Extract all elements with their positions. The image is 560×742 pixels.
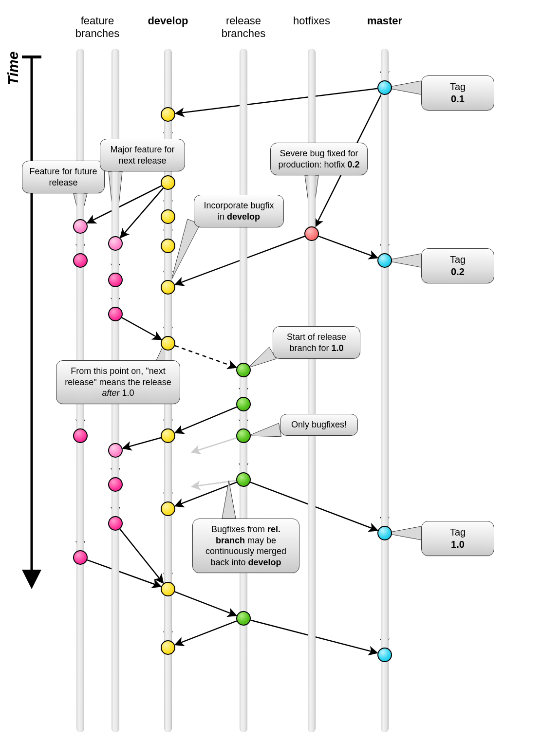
commit-fB4 bbox=[108, 477, 123, 492]
edge bbox=[122, 317, 161, 339]
gitflow-diagram: Time featurebranchesdevelopreleasebranch… bbox=[0, 0, 560, 742]
edge bbox=[176, 407, 237, 433]
commit-d7 bbox=[161, 428, 175, 443]
commit-fB0 bbox=[108, 236, 123, 251]
bubble-tag01: Tag0.1 bbox=[421, 75, 494, 111]
edge bbox=[175, 346, 236, 367]
commit-d10 bbox=[161, 640, 175, 655]
edge bbox=[175, 592, 236, 615]
lane-label-release: releasebranches bbox=[205, 15, 282, 40]
bubble-only_bugfix: Only bugfixes! bbox=[280, 414, 358, 436]
lane-label-feature2: featurebranches bbox=[58, 15, 136, 40]
edge bbox=[87, 560, 160, 586]
commit-m1 bbox=[377, 253, 392, 268]
commit-fA0 bbox=[73, 219, 88, 234]
bubble-hotfix: Severe bug fixed for production: hotfix … bbox=[270, 143, 368, 175]
commit-fA3 bbox=[73, 550, 88, 565]
bubble-from_point: From this point on, "next release" means… bbox=[56, 360, 180, 404]
commit-fB3 bbox=[108, 443, 123, 458]
commit-fB5 bbox=[108, 516, 123, 531]
commit-d8 bbox=[161, 501, 175, 516]
commit-d9 bbox=[161, 582, 175, 596]
commit-h0 bbox=[304, 226, 319, 241]
commit-m0 bbox=[377, 80, 392, 95]
commit-d3 bbox=[161, 209, 175, 224]
commit-fA2 bbox=[73, 428, 88, 443]
commit-d0 bbox=[161, 107, 175, 122]
commit-r4 bbox=[236, 611, 251, 626]
commit-fA1 bbox=[73, 253, 88, 268]
lane-release bbox=[240, 49, 247, 732]
lane-label-develop: develop bbox=[129, 15, 207, 27]
lane-label-master: master bbox=[346, 15, 424, 27]
bubble-tag02: Tag0.2 bbox=[421, 248, 494, 283]
commit-r2 bbox=[236, 428, 251, 443]
commit-r1 bbox=[236, 397, 251, 411]
bubble-feat_future: Feature for future release bbox=[22, 161, 105, 193]
commit-fB1 bbox=[108, 273, 123, 287]
lane-master bbox=[381, 49, 389, 732]
bubble-tail bbox=[248, 347, 276, 368]
commit-d2 bbox=[161, 175, 175, 190]
edge bbox=[318, 236, 377, 258]
edge bbox=[176, 621, 237, 644]
bubble-tail bbox=[222, 481, 236, 519]
bubble-tail bbox=[171, 219, 200, 280]
bubble-bugfix_merge: Bugfixes from rel. branch may be continu… bbox=[192, 519, 299, 573]
bubble-start_rel: Start of release branch for 1.0 bbox=[273, 326, 360, 359]
commit-r3 bbox=[236, 472, 251, 487]
commit-r0 bbox=[236, 363, 251, 377]
bubble-tag10: Tag1.0 bbox=[421, 521, 494, 556]
bubble-feat_next: Major feature for next release bbox=[100, 139, 185, 171]
lane-label-hotfix: hotfixes bbox=[273, 15, 351, 27]
edge bbox=[176, 89, 377, 113]
edge bbox=[192, 438, 237, 452]
commit-m3 bbox=[377, 648, 392, 662]
bubble-tail bbox=[248, 423, 281, 437]
edge bbox=[123, 438, 161, 448]
commit-m2 bbox=[377, 526, 392, 540]
commit-d5 bbox=[161, 280, 175, 295]
bubble-incorp: Incorporate bugfix in develop bbox=[194, 195, 284, 227]
commit-fB2 bbox=[108, 307, 123, 321]
commit-d4 bbox=[161, 239, 175, 253]
commit-d6 bbox=[161, 336, 175, 351]
